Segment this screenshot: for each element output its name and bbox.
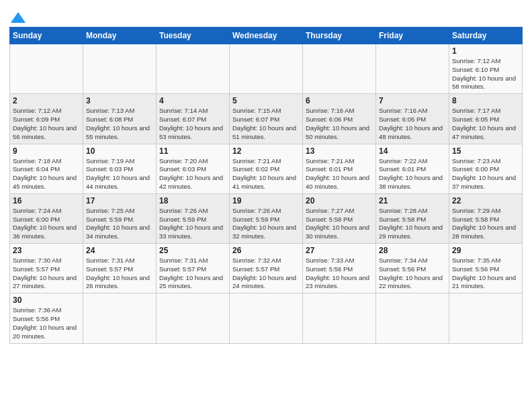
day-number: 19 [232, 196, 300, 205]
calendar-cell: 26Sunrise: 7:32 AM Sunset: 5:57 PM Dayli… [230, 244, 303, 293]
calendar-cell: 25Sunrise: 7:31 AM Sunset: 5:57 PM Dayli… [157, 244, 230, 293]
day-number: 22 [452, 196, 519, 205]
day-number: 11 [159, 146, 226, 156]
calendar-cell [303, 44, 376, 94]
day-number: 12 [232, 146, 300, 156]
calendar-page: SundayMondayTuesdayWednesdayThursdayFrid… [0, 0, 532, 351]
calendar-cell: 23Sunrise: 7:30 AM Sunset: 5:57 PM Dayli… [10, 244, 83, 293]
calendar-cell [303, 293, 376, 343]
calendar-cell [376, 293, 449, 343]
day-info: Sunrise: 7:14 AM Sunset: 6:07 PM Dayligh… [159, 107, 226, 141]
calendar-cell: 12Sunrise: 7:21 AM Sunset: 6:02 PM Dayli… [230, 144, 303, 193]
weekday-header-monday: Monday [83, 28, 157, 44]
calendar-cell: 28Sunrise: 7:34 AM Sunset: 5:56 PM Dayli… [376, 244, 449, 293]
day-number: 10 [86, 146, 153, 156]
calendar-cell: 18Sunrise: 7:26 AM Sunset: 5:59 PM Dayli… [157, 193, 230, 243]
calendar-cell [230, 293, 303, 343]
calendar-cell [10, 44, 83, 94]
day-info: Sunrise: 7:33 AM Sunset: 5:56 PM Dayligh… [306, 257, 373, 291]
day-info: Sunrise: 7:16 AM Sunset: 6:06 PM Dayligh… [306, 107, 373, 141]
day-info: Sunrise: 7:24 AM Sunset: 6:00 PM Dayligh… [13, 207, 80, 241]
day-info: Sunrise: 7:26 AM Sunset: 5:59 PM Dayligh… [232, 207, 300, 241]
calendar-cell: 8Sunrise: 7:17 AM Sunset: 6:05 PM Daylig… [449, 94, 523, 144]
calendar-cell: 5Sunrise: 7:15 AM Sunset: 6:07 PM Daylig… [230, 94, 303, 144]
day-info: Sunrise: 7:32 AM Sunset: 5:57 PM Dayligh… [232, 257, 300, 291]
day-number: 20 [306, 196, 373, 205]
day-info: Sunrise: 7:17 AM Sunset: 6:05 PM Dayligh… [452, 107, 519, 141]
day-info: Sunrise: 7:15 AM Sunset: 6:07 PM Dayligh… [232, 107, 300, 141]
logo-triangle-icon [11, 11, 26, 23]
day-number: 6 [306, 96, 373, 105]
calendar-week-3: 9Sunrise: 7:18 AM Sunset: 6:04 PM Daylig… [10, 144, 523, 193]
header [9, 7, 523, 23]
day-number: 4 [159, 96, 226, 105]
day-number: 16 [13, 196, 80, 205]
calendar-cell: 6Sunrise: 7:16 AM Sunset: 6:06 PM Daylig… [303, 94, 376, 144]
calendar-cell: 13Sunrise: 7:21 AM Sunset: 6:01 PM Dayli… [303, 144, 376, 193]
day-number: 9 [13, 146, 80, 156]
day-info: Sunrise: 7:29 AM Sunset: 5:58 PM Dayligh… [452, 207, 519, 241]
calendar-cell: 7Sunrise: 7:16 AM Sunset: 6:05 PM Daylig… [376, 94, 449, 144]
day-number: 13 [306, 146, 373, 156]
day-number: 28 [379, 246, 446, 255]
weekday-header-sunday: Sunday [10, 28, 83, 44]
day-info: Sunrise: 7:25 AM Sunset: 5:59 PM Dayligh… [86, 207, 153, 241]
calendar-cell: 14Sunrise: 7:22 AM Sunset: 6:01 PM Dayli… [376, 144, 449, 193]
day-info: Sunrise: 7:19 AM Sunset: 6:03 PM Dayligh… [86, 157, 153, 191]
day-number: 8 [452, 96, 519, 105]
day-info: Sunrise: 7:21 AM Sunset: 6:01 PM Dayligh… [306, 157, 373, 191]
calendar-cell: 2Sunrise: 7:12 AM Sunset: 6:09 PM Daylig… [10, 94, 83, 144]
day-info: Sunrise: 7:28 AM Sunset: 5:58 PM Dayligh… [379, 207, 446, 241]
day-number: 21 [379, 196, 446, 205]
weekday-header-saturday: Saturday [449, 28, 523, 44]
weekday-header-row: SundayMondayTuesdayWednesdayThursdayFrid… [10, 28, 523, 44]
calendar-cell: 10Sunrise: 7:19 AM Sunset: 6:03 PM Dayli… [83, 144, 157, 193]
calendar-cell: 30Sunrise: 7:36 AM Sunset: 5:56 PM Dayli… [10, 293, 83, 343]
day-info: Sunrise: 7:30 AM Sunset: 5:57 PM Dayligh… [13, 257, 80, 291]
day-info: Sunrise: 7:12 AM Sunset: 6:09 PM Dayligh… [13, 107, 80, 141]
calendar-cell: 4Sunrise: 7:14 AM Sunset: 6:07 PM Daylig… [157, 94, 230, 144]
day-info: Sunrise: 7:31 AM Sunset: 5:57 PM Dayligh… [86, 257, 153, 291]
day-info: Sunrise: 7:23 AM Sunset: 6:00 PM Dayligh… [452, 157, 519, 191]
day-info: Sunrise: 7:16 AM Sunset: 6:05 PM Dayligh… [379, 107, 446, 141]
day-info: Sunrise: 7:26 AM Sunset: 5:59 PM Dayligh… [159, 207, 226, 241]
day-number: 5 [232, 96, 300, 105]
day-number: 15 [452, 146, 519, 156]
calendar-cell [83, 293, 157, 343]
calendar-cell [157, 293, 230, 343]
calendar-week-6: 30Sunrise: 7:36 AM Sunset: 5:56 PM Dayli… [10, 293, 523, 343]
calendar-cell [83, 44, 157, 94]
calendar-cell [376, 44, 449, 94]
calendar-cell: 9Sunrise: 7:18 AM Sunset: 6:04 PM Daylig… [10, 144, 83, 193]
day-number: 27 [306, 246, 373, 255]
day-number: 26 [232, 246, 300, 255]
day-info: Sunrise: 7:12 AM Sunset: 6:10 PM Dayligh… [452, 57, 519, 91]
day-number: 30 [13, 295, 80, 305]
calendar-cell: 15Sunrise: 7:23 AM Sunset: 6:00 PM Dayli… [449, 144, 523, 193]
calendar-cell: 22Sunrise: 7:29 AM Sunset: 5:58 PM Dayli… [449, 193, 523, 243]
weekday-header-tuesday: Tuesday [157, 28, 230, 44]
calendar-cell: 27Sunrise: 7:33 AM Sunset: 5:56 PM Dayli… [303, 244, 376, 293]
calendar-cell: 16Sunrise: 7:24 AM Sunset: 6:00 PM Dayli… [10, 193, 83, 243]
calendar-cell: 1Sunrise: 7:12 AM Sunset: 6:10 PM Daylig… [449, 44, 523, 94]
weekday-header-friday: Friday [376, 28, 449, 44]
calendar-week-2: 2Sunrise: 7:12 AM Sunset: 6:09 PM Daylig… [10, 94, 523, 144]
day-number: 14 [379, 146, 446, 156]
day-info: Sunrise: 7:21 AM Sunset: 6:02 PM Dayligh… [232, 157, 300, 191]
day-number: 18 [159, 196, 226, 205]
day-info: Sunrise: 7:36 AM Sunset: 5:56 PM Dayligh… [13, 306, 80, 340]
day-number: 2 [13, 96, 80, 105]
day-info: Sunrise: 7:13 AM Sunset: 6:08 PM Dayligh… [86, 107, 153, 141]
svg-marker-0 [11, 12, 26, 23]
day-number: 29 [452, 246, 519, 255]
day-info: Sunrise: 7:35 AM Sunset: 5:56 PM Dayligh… [452, 257, 519, 291]
calendar-cell [449, 293, 523, 343]
day-number: 1 [452, 46, 519, 56]
calendar-cell [157, 44, 230, 94]
day-info: Sunrise: 7:20 AM Sunset: 6:03 PM Dayligh… [159, 157, 226, 191]
calendar-week-5: 23Sunrise: 7:30 AM Sunset: 5:57 PM Dayli… [10, 244, 523, 293]
day-number: 23 [13, 246, 80, 255]
day-number: 7 [379, 96, 446, 105]
calendar-table: SundayMondayTuesdayWednesdayThursdayFrid… [9, 27, 523, 344]
calendar-cell: 19Sunrise: 7:26 AM Sunset: 5:59 PM Dayli… [230, 193, 303, 243]
